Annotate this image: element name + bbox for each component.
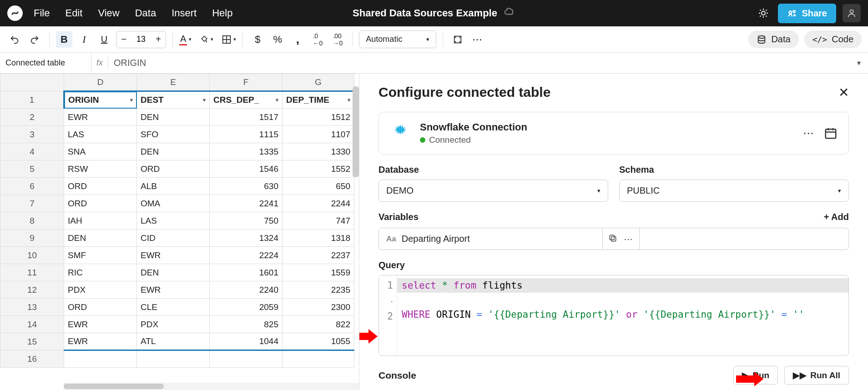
- calendar-icon[interactable]: [824, 126, 838, 140]
- editor-body[interactable]: select * from flights WHERE ORIGIN = '{{…: [397, 275, 848, 355]
- cell[interactable]: EWR: [137, 247, 210, 264]
- cell[interactable]: SFO: [137, 126, 210, 143]
- connection-more-icon[interactable]: ⋯: [803, 127, 815, 140]
- cell[interactable]: 1512: [283, 109, 354, 126]
- fill-color-button[interactable]: ▾: [200, 35, 213, 44]
- cell[interactable]: 2237: [283, 247, 354, 264]
- copy-variable-icon[interactable]: [608, 234, 617, 244]
- cell[interactable]: OMA: [137, 195, 210, 212]
- col-header-E[interactable]: E: [137, 74, 210, 91]
- borders-button[interactable]: ▾: [222, 35, 236, 45]
- cell[interactable]: DEN: [137, 264, 210, 281]
- font-size-decrease[interactable]: −: [116, 34, 131, 45]
- table-header-cell[interactable]: DEST▾: [137, 91, 210, 109]
- cell[interactable]: DEN: [64, 230, 137, 247]
- database-select[interactable]: DEMO ▾: [378, 180, 608, 202]
- cell[interactable]: ORD: [137, 160, 210, 178]
- cell[interactable]: 2059: [210, 299, 283, 316]
- menu-file[interactable]: File: [34, 7, 50, 19]
- currency-button[interactable]: $: [249, 31, 266, 48]
- row-header[interactable]: 5: [0, 160, 64, 178]
- text-color-button[interactable]: A ▾: [179, 34, 192, 45]
- cell[interactable]: LAS: [64, 126, 137, 143]
- cell[interactable]: IAH: [64, 212, 137, 230]
- row-header[interactable]: 3: [0, 126, 64, 143]
- percent-button[interactable]: %: [269, 31, 286, 48]
- row-header[interactable]: 15: [0, 333, 64, 350]
- comma-button[interactable]: ,: [289, 31, 306, 48]
- name-box[interactable]: Connected table: [0, 53, 91, 73]
- italic-button[interactable]: I: [76, 31, 92, 48]
- menu-data[interactable]: Data: [135, 7, 156, 19]
- cell[interactable]: RSW: [64, 160, 137, 178]
- row-header[interactable]: 6: [0, 178, 64, 195]
- cell[interactable]: DEN: [137, 143, 210, 160]
- bold-button[interactable]: B: [56, 31, 72, 48]
- variable-more-icon[interactable]: ⋯: [624, 234, 634, 245]
- cell[interactable]: ATL: [137, 333, 210, 350]
- data-panel-toggle[interactable]: Data: [748, 30, 798, 48]
- cell[interactable]: 2244: [283, 195, 354, 212]
- row-header[interactable]: 9: [0, 230, 64, 247]
- calc-mode-select[interactable]: Automatic ▾: [359, 30, 436, 48]
- cell[interactable]: CLE: [137, 299, 210, 316]
- cell[interactable]: [64, 350, 137, 368]
- schema-select[interactable]: PUBLIC ▾: [619, 180, 849, 202]
- row-header[interactable]: 7: [0, 195, 64, 212]
- formula-expand-icon[interactable]: ▾: [850, 59, 868, 67]
- cell[interactable]: EWR: [137, 281, 210, 299]
- col-header-F[interactable]: F: [210, 74, 283, 91]
- menu-edit[interactable]: Edit: [65, 7, 82, 19]
- row-header[interactable]: 8: [0, 212, 64, 230]
- row-header[interactable]: 1: [0, 91, 64, 109]
- underline-button[interactable]: U: [96, 31, 112, 48]
- fx-icon[interactable]: fx: [91, 58, 108, 68]
- cell[interactable]: 825: [210, 316, 283, 333]
- user-menu-icon[interactable]: [843, 4, 861, 22]
- cell[interactable]: 1044: [210, 333, 283, 350]
- cell[interactable]: [137, 350, 210, 368]
- vertical-scrollbar[interactable]: [353, 86, 359, 177]
- cell[interactable]: 1055: [283, 333, 354, 350]
- run-all-button[interactable]: ▶▶ Run All: [784, 366, 849, 385]
- cell[interactable]: CID: [137, 230, 210, 247]
- cell[interactable]: 1559: [283, 264, 354, 281]
- cell[interactable]: EWR: [64, 109, 137, 126]
- cell[interactable]: DEN: [137, 109, 210, 126]
- cell[interactable]: 1546: [210, 160, 283, 178]
- theme-toggle-icon[interactable]: [755, 5, 772, 21]
- cell[interactable]: SNA: [64, 143, 137, 160]
- filter-dropdown-icon[interactable]: ▾: [348, 97, 350, 103]
- cell[interactable]: RIC: [64, 264, 137, 281]
- undo-button[interactable]: [6, 31, 23, 48]
- decrease-decimal-button[interactable]: .0←0: [309, 31, 326, 48]
- share-button[interactable]: Share: [778, 4, 836, 23]
- row-header[interactable]: 10: [0, 247, 64, 264]
- cell[interactable]: 1318: [283, 230, 354, 247]
- doc-title-text[interactable]: Shared Data Sources Example: [353, 7, 497, 19]
- filter-dropdown-icon[interactable]: ▾: [203, 97, 206, 103]
- run-button[interactable]: ▶ Run: [733, 366, 778, 385]
- filter-dropdown-icon[interactable]: ▾: [130, 97, 133, 103]
- cell[interactable]: 1324: [210, 230, 283, 247]
- redo-button[interactable]: [26, 31, 43, 48]
- cell[interactable]: 747: [283, 212, 354, 230]
- add-variable-button[interactable]: + Add: [824, 212, 849, 222]
- font-size-increase[interactable]: +: [151, 34, 166, 45]
- cell[interactable]: 2240: [210, 281, 283, 299]
- menu-view[interactable]: View: [98, 7, 119, 19]
- cell[interactable]: PDX: [137, 316, 210, 333]
- code-panel-toggle[interactable]: </> Code: [804, 30, 862, 48]
- cell[interactable]: 1601: [210, 264, 283, 281]
- cell[interactable]: 1335: [210, 143, 283, 160]
- cell[interactable]: 630: [210, 178, 283, 195]
- filter-dropdown-icon[interactable]: ▾: [276, 97, 278, 103]
- row-header[interactable]: 11: [0, 264, 64, 281]
- close-icon[interactable]: ✕: [838, 85, 849, 100]
- cell[interactable]: [283, 350, 354, 368]
- cell[interactable]: [210, 350, 283, 368]
- row-header[interactable]: 13: [0, 299, 64, 316]
- spreadsheet[interactable]: D E F G 1 ORIGIN▾ DEST▾ CRS_DEP_▾ DEP_TI…: [0, 74, 359, 390]
- cell[interactable]: ORD: [64, 299, 137, 316]
- cell[interactable]: 1115: [210, 126, 283, 143]
